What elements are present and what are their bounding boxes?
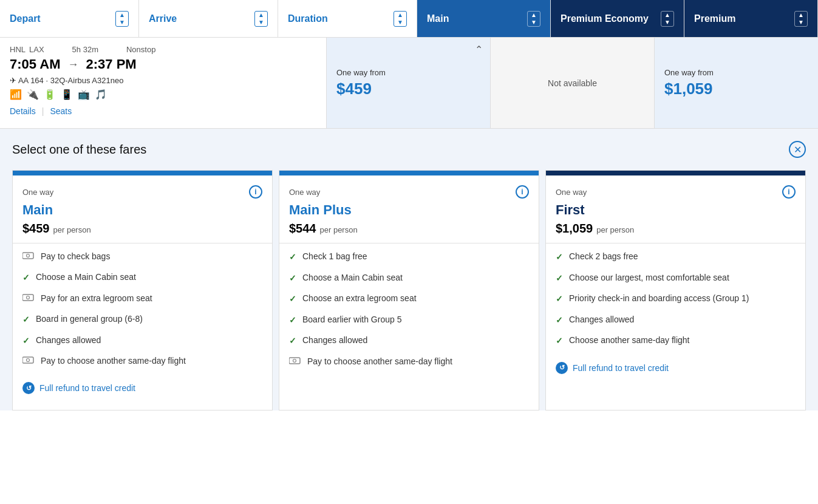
check-icon: ✓	[22, 314, 30, 326]
fare-card-bar	[546, 171, 805, 175]
premium-fare-cell[interactable]: One way from $1,059	[654, 38, 818, 128]
fare-card-bar	[13, 171, 272, 175]
feature-text: Choose a Main Cabin seat	[36, 271, 136, 284]
premium-economy-header[interactable]: Premium Economy ▲ ▼	[551, 0, 684, 37]
main-fare-cell[interactable]: ⌃ One way from $459	[326, 38, 490, 128]
duration-label: Duration	[288, 13, 328, 24]
depart-label: Depart	[10, 13, 41, 24]
premium-sort[interactable]: ▲ ▼	[794, 11, 808, 27]
plane-icon: ✈	[10, 76, 16, 85]
seats-link[interactable]: Seats	[50, 106, 72, 116]
fare-one-way-label: One way i	[556, 185, 796, 199]
close-button[interactable]: ✕	[789, 141, 806, 158]
dollar-icon	[289, 356, 301, 368]
depart-sort[interactable]: ▲ ▼	[115, 11, 129, 27]
depart-sort-down[interactable]: ▼	[116, 19, 128, 26]
fare-card-first[interactable]: One way i First $1,059 per person ✓Check…	[545, 170, 806, 410]
premium-fare-price: $1,059	[664, 80, 808, 98]
premium-header[interactable]: Premium ▲ ▼	[684, 0, 818, 37]
fare-card-main[interactable]: One way i Main $459 per person Pay to ch…	[12, 170, 273, 410]
dollar-icon	[22, 293, 35, 305]
svg-point-3	[27, 296, 30, 299]
fare-card-body: One way i Main $459 per person Pay to ch…	[13, 175, 272, 410]
feature-item: ✓Choose our largest, most comfortable se…	[556, 272, 796, 285]
premium-economy-sort-up[interactable]: ▲	[661, 12, 673, 19]
dollar-icon	[22, 251, 35, 263]
feature-text: Pay to check bags	[41, 251, 110, 263]
svg-rect-2	[22, 295, 33, 301]
destination-code: LAX	[29, 45, 44, 54]
wifi-icon: 📶	[10, 89, 22, 100]
feature-item: ✓Check 2 bags free	[556, 251, 796, 264]
fare-one-way-label: One way i	[22, 185, 262, 199]
depart-header[interactable]: Depart ▲ ▼	[0, 0, 139, 37]
feature-text: Priority check-in and boarding access (G…	[569, 293, 749, 305]
check-icon: ✓	[556, 251, 563, 264]
premium-fare-label: One way from	[664, 68, 808, 77]
feature-text: Board in general group (6-8)	[36, 313, 143, 325]
arrive-sort-down[interactable]: ▼	[255, 19, 267, 26]
premium-economy-sort[interactable]: ▲ ▼	[661, 11, 674, 27]
info-icon[interactable]: i	[782, 185, 796, 199]
premium-economy-sort-down[interactable]: ▼	[661, 19, 673, 26]
feature-item: ✓Choose another same-day flight	[556, 335, 796, 347]
feature-text: Pay to choose another same-day flight	[307, 356, 452, 368]
info-icon[interactable]: i	[249, 185, 262, 199]
arrive-time: 2:37 PM	[86, 56, 137, 72]
main-sort[interactable]: ▲ ▼	[527, 11, 540, 27]
pipe-divider: |	[42, 106, 44, 116]
depart-sort-up[interactable]: ▲	[116, 12, 128, 19]
premium-economy-label: Premium Economy	[561, 13, 649, 24]
feature-item: Pay for an extra legroom seat	[22, 293, 262, 305]
check-icon: ✓	[289, 251, 296, 264]
premium-economy-fare-cell: Not available	[490, 38, 654, 128]
info-icon[interactable]: i	[516, 185, 529, 199]
power-icon: 🔌	[27, 89, 39, 100]
fare-card-main-plus[interactable]: One way i Main Plus $544 per person ✓Che…	[279, 170, 539, 410]
fare-card-price: $544	[289, 222, 316, 236]
feature-text: Check 1 bag free	[302, 251, 367, 263]
refund-row: ↺ Full refund to travel credit	[556, 356, 796, 380]
one-way-text: One way	[289, 188, 320, 197]
flight-info-section: HNL LAX 5h 32m Nonstop 7:05 AM → 2:37 PM…	[0, 38, 326, 128]
duration-header[interactable]: Duration ▲ ▼	[278, 0, 417, 37]
main-sort-up[interactable]: ▲	[528, 12, 540, 19]
refund-icon: ↺	[22, 382, 35, 394]
fare-card-price-row: $1,059 per person	[556, 222, 796, 236]
main-sort-down[interactable]: ▼	[528, 19, 540, 26]
details-link[interactable]: Details	[10, 106, 36, 116]
duration-sort[interactable]: ▲ ▼	[394, 11, 407, 27]
duration-sort-up[interactable]: ▲	[394, 12, 406, 19]
fare-card-price: $1,059	[556, 222, 593, 236]
arrive-header[interactable]: Arrive ▲ ▼	[139, 0, 278, 37]
feature-item: Pay to check bags	[22, 251, 262, 263]
premium-label: Premium	[694, 13, 735, 24]
feature-text: Choose another same-day flight	[569, 335, 689, 347]
arrive-sort-up[interactable]: ▲	[255, 12, 267, 19]
select-fares-heading: Select one of these fares	[12, 143, 146, 157]
svg-point-5	[27, 359, 30, 362]
fare-card-body: One way i First $1,059 per person ✓Check…	[546, 175, 805, 410]
fare-divider	[279, 243, 539, 243]
arrive-sort[interactable]: ▲ ▼	[254, 11, 268, 27]
feature-item: ✓Board in general group (6-8)	[22, 313, 262, 326]
check-icon: ✓	[556, 273, 563, 285]
refund-text: Full refund to travel credit	[573, 363, 669, 373]
feature-item: Pay to choose another same-day flight	[22, 355, 262, 367]
main-fare-price: $459	[336, 80, 480, 98]
feature-item: ✓Check 1 bag free	[289, 251, 529, 264]
premium-sort-down[interactable]: ▼	[795, 19, 807, 26]
main-header[interactable]: Main ▲ ▼	[417, 0, 551, 37]
check-icon: ✓	[556, 293, 563, 305]
duration-sort-down[interactable]: ▼	[394, 19, 406, 26]
fare-one-way-label: One way i	[289, 185, 529, 199]
feature-text: Choose a Main Cabin seat	[302, 272, 403, 284]
feature-item: ✓Changes allowed	[22, 335, 262, 347]
fare-feature-list: Pay to check bags✓Choose a Main Cabin se…	[22, 251, 262, 367]
premium-sort-up[interactable]: ▲	[795, 12, 807, 19]
check-icon: ✓	[289, 273, 296, 285]
fare-card-price-row: $544 per person	[289, 222, 529, 236]
entertainment-icon: 🎵	[95, 89, 107, 100]
feature-item: ✓Board earlier with Group 5	[289, 314, 529, 327]
check-icon: ✓	[289, 315, 296, 327]
